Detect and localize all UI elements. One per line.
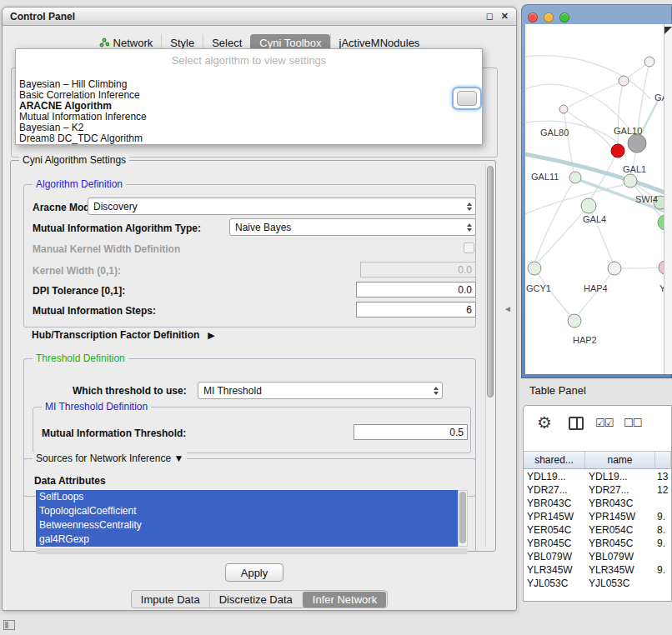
network-icon (99, 38, 109, 48)
table-panel: ⚙ ☑☑ ☐☐ shared... name YDL19... YDL19...… (523, 405, 672, 602)
close-window-icon[interactable]: ✕ (501, 11, 509, 22)
attribute-item-selected[interactable]: SelfLoops (36, 490, 458, 504)
column-header-extra[interactable] (655, 452, 671, 468)
settings-group-title: Cyni Algorithm Settings (19, 154, 129, 166)
zoom-traffic-light[interactable] (559, 12, 569, 22)
apply-button[interactable]: Apply (225, 563, 283, 582)
minimize-traffic-light[interactable] (544, 12, 554, 22)
combo-stepper-button (457, 91, 477, 106)
table-cell: YJL053C (585, 578, 655, 589)
algorithm-definition-title: Algorithm Definition (33, 178, 126, 190)
expand-arrow-icon[interactable]: ▶ (208, 330, 214, 341)
table-cell: 8. (655, 524, 671, 536)
gear-icon[interactable]: ⚙ (537, 412, 552, 432)
algorithm-option[interactable]: Mutual Information Inference (17, 112, 481, 122)
table-cell: YER054C (585, 524, 655, 536)
collapse-arrow-icon[interactable]: ▼ (173, 452, 183, 464)
cyni-algorithm-settings-group: Cyni Algorithm Settings Algorithm Defini… (10, 160, 496, 552)
combo-value: Discovery (93, 201, 138, 212)
table-row[interactable]: YER054C YER054C 8. (524, 523, 671, 537)
table-cell: YBL079W (585, 551, 655, 562)
network-node[interactable] (644, 57, 654, 67)
network-node-selected-red[interactable] (611, 144, 624, 158)
table-cell: YJL053C (524, 578, 585, 589)
table-row[interactable]: YPR145W YPR145W 9. (524, 510, 671, 523)
scrollbar-thumb[interactable] (487, 166, 494, 398)
desktop: Control Panel ◻ ✕ Network Style Select (0, 0, 672, 635)
algorithm-definition-group: Algorithm Definition Aracne Mode: Discov… (23, 184, 476, 328)
aracne-mode-combo[interactable]: Discovery (88, 198, 476, 215)
settings-scrollbar[interactable] (485, 164, 494, 546)
tab-impute-data[interactable]: Impute Data (132, 592, 209, 608)
sources-group: Sources for Network Inference ▼ Data Att… (23, 458, 476, 552)
table-row[interactable]: YJL053C YJL053C (524, 577, 671, 590)
manual-kernel-checkbox[interactable] (464, 242, 474, 253)
control-panel-titlebar[interactable]: Control Panel ◻ ✕ (3, 8, 516, 26)
attributes-scrollbar[interactable] (458, 490, 468, 547)
mi-threshold-field[interactable] (354, 424, 468, 440)
combo-arrows-icon (463, 223, 475, 232)
table-cell: YLR345W (585, 564, 655, 576)
scrollbar-thumb[interactable] (459, 492, 466, 543)
tab-infer-network[interactable]: Infer Network (303, 592, 386, 608)
which-threshold-combo[interactable]: MI Threshold (198, 382, 443, 399)
data-attributes-label: Data Attributes (34, 475, 106, 487)
attributes-hscrollbar[interactable] (36, 548, 468, 554)
network-scrollbar[interactable] (664, 24, 672, 374)
panel-splitter-handle[interactable]: ◄ (504, 304, 512, 313)
tab-discretize-data[interactable]: Discretize Data (209, 592, 302, 608)
mi-steps-field[interactable] (356, 302, 476, 318)
network-node-hap2[interactable] (568, 314, 581, 328)
column-browser-icon[interactable] (569, 417, 584, 430)
combo-focus-ring[interactable] (452, 87, 482, 110)
combo-value: Naive Bayes (235, 222, 291, 233)
mi-type-combo[interactable]: Naive Bayes (229, 218, 476, 236)
table-body: YDL19... YDL19... 13 YDR27... YDR27... 1… (524, 470, 671, 601)
table-cell: 9. (655, 538, 671, 549)
network-node-gcy1[interactable] (528, 262, 541, 275)
network-node[interactable] (658, 215, 664, 230)
column-header-name[interactable]: name (585, 452, 655, 468)
attribute-item-selected[interactable]: gal4RGexp (36, 532, 458, 547)
threshold-definition-title: Threshold Definition (33, 352, 128, 364)
network-node-hap4[interactable] (608, 262, 621, 275)
table-row[interactable]: YDL19... YDL19... 13 (524, 470, 671, 483)
network-node[interactable] (559, 105, 568, 113)
network-view-window: GAL GAL80 GAL10 GAL11 GAL1 SWI4 GAL4 GCY… (521, 4, 672, 378)
mi-threshold-definition-title: MI Threshold Definition (42, 401, 151, 412)
table-row[interactable]: YLR345W YLR345W 9. (524, 563, 671, 577)
hub-transcription-label: Hub/Transcription Factor Definition (32, 329, 199, 341)
table-row[interactable]: YBL079W YBL079W (524, 550, 671, 563)
network-node[interactable] (619, 76, 629, 86)
attribute-item-selected[interactable]: TopologicalCoefficient (36, 504, 458, 518)
kernel-width-label: Kernel Width (0,1): (33, 265, 121, 277)
window-title: Control Panel (10, 11, 479, 22)
network-node-gal10[interactable] (628, 134, 646, 152)
birdseye-toggle-icon[interactable] (664, 27, 672, 34)
column-header-shared[interactable]: shared... (524, 452, 585, 468)
float-window-icon[interactable]: ◻ (486, 11, 494, 22)
node-label: GAL (654, 92, 664, 102)
table-row[interactable]: YDR27... YDR27... 12 (524, 483, 671, 497)
dpi-tolerance-field[interactable] (356, 282, 476, 298)
network-node-gal1[interactable] (624, 174, 637, 188)
combo-value: MI Threshold (203, 385, 262, 397)
select-all-icon[interactable]: ☑☑ (595, 417, 613, 429)
table-row[interactable]: YBR043C YBR043C (524, 497, 671, 510)
control-panel-window: Control Panel ◻ ✕ Network Style Select (2, 7, 517, 611)
close-traffic-light[interactable] (528, 12, 538, 22)
algorithm-option[interactable]: Dream8 DC_TDC Algorithm (17, 133, 481, 144)
combo-arrows-icon (429, 387, 442, 395)
select-none-icon[interactable]: ☐☐ (624, 417, 641, 429)
network-node-gal4[interactable] (581, 198, 596, 213)
network-node-gal11[interactable] (569, 172, 581, 183)
mi-steps-label: Mutual Information Steps: (33, 305, 156, 317)
attribute-item-selected[interactable]: BetweennessCentrality (36, 518, 458, 532)
network-canvas[interactable]: GAL GAL80 GAL10 GAL11 GAL1 SWI4 GAL4 GCY… (525, 24, 664, 374)
table-cell: 9. (655, 564, 671, 576)
mi-threshold-label: Mutual Information Threshold: (42, 428, 186, 439)
hub-transcription-section[interactable]: Hub/Transcription Factor Definition ▶ (32, 329, 215, 341)
table-row[interactable]: YBR045C YBR045C 9. (524, 537, 671, 550)
dock-panel-icon[interactable] (3, 620, 15, 630)
kernel-width-field[interactable] (360, 262, 476, 278)
